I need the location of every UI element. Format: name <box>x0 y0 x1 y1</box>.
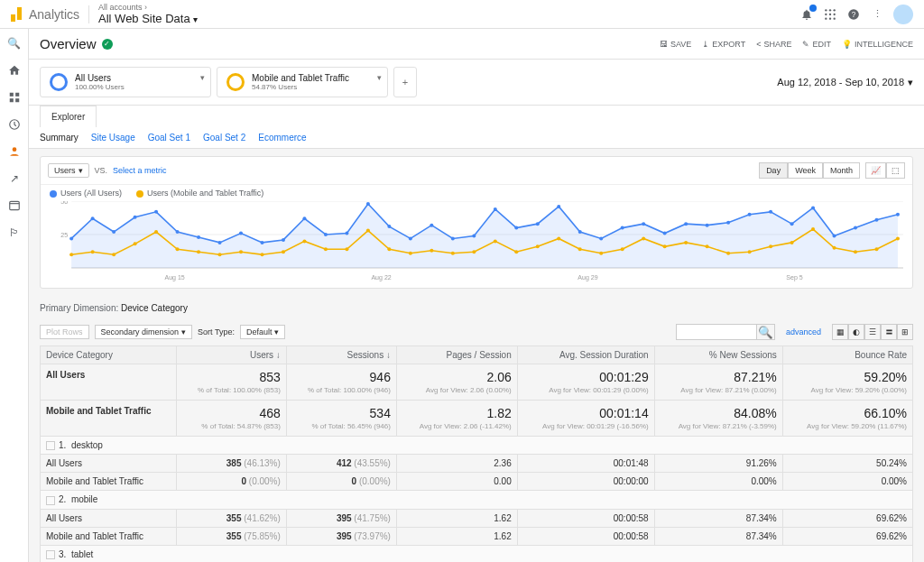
svg-point-3 <box>825 13 827 14</box>
motion-chart-icon[interactable]: ⬚ <box>886 162 905 179</box>
home-icon[interactable] <box>7 63 22 78</box>
period-week[interactable]: Week <box>788 162 823 179</box>
intelligence-button[interactable]: 💡 INTELLIGENCE <box>842 40 913 49</box>
category-row[interactable]: 1. desktop <box>41 437 913 455</box>
svg-point-33 <box>282 238 285 242</box>
svg-point-74 <box>302 239 306 243</box>
svg-point-92 <box>684 241 688 244</box>
export-button[interactable]: ⤓ EXPORT <box>702 40 745 49</box>
pivot-view-icon[interactable]: ⊞ <box>897 324 913 340</box>
plot-rows-button[interactable]: Plot Rows <box>40 325 89 339</box>
svg-point-77 <box>366 229 370 233</box>
search-button[interactable]: 🔍 <box>757 324 775 340</box>
apps-icon[interactable] <box>823 7 837 22</box>
page-title: Overview <box>40 36 97 51</box>
totals-cell: 59.20%Avg for View: 59.20% (0.00%) <box>782 364 912 401</box>
metric-selector[interactable]: Users ▾ <box>48 163 89 178</box>
acquisition-icon[interactable]: ↗ <box>7 171 22 186</box>
sort-type-selector[interactable]: Default ▾ <box>240 325 286 339</box>
account-selector[interactable]: All accounts › All Web Site Data ▾ <box>98 3 198 25</box>
select-metric-link[interactable]: Select a metric <box>113 166 167 175</box>
notifications-icon[interactable] <box>799 7 814 22</box>
segment-all-users[interactable]: All Users 100.00% Users ▾ <box>40 67 211 97</box>
comparison-view-icon[interactable]: 〓 <box>881 324 897 340</box>
table-header[interactable]: Avg. Session Duration <box>517 346 654 364</box>
subtab-site-usage[interactable]: Site Usage <box>91 133 135 143</box>
svg-point-40 <box>430 224 433 227</box>
segment-mobile-tablet[interactable]: Mobile and Tablet Traffic 54.87% Users ▾ <box>217 67 388 97</box>
dashboards-icon[interactable] <box>7 90 22 105</box>
left-rail: 🔍 ↗ 🏳 <box>0 29 29 562</box>
search-icon[interactable]: 🔍 <box>7 36 22 51</box>
totals-cell: 84.08%Avg for View: 87.21% (-3.59%) <box>654 401 782 437</box>
line-chart-icon[interactable]: 📈 <box>865 162 886 179</box>
table-view-icon[interactable]: ▦ <box>832 324 848 340</box>
svg-point-48 <box>599 236 603 240</box>
svg-point-84 <box>514 250 518 253</box>
breadcrumb: All accounts › <box>98 3 198 12</box>
svg-point-49 <box>621 226 624 230</box>
subtab-ecommerce[interactable]: Ecommerce <box>258 133 306 143</box>
more-icon[interactable]: ⋮ <box>870 7 884 22</box>
segments-row: All Users 100.00% Users ▾ Mobile and Tab… <box>29 60 924 106</box>
subtab-goal2[interactable]: Goal Set 2 <box>203 133 245 143</box>
svg-point-78 <box>387 247 391 251</box>
product-name: Analytics <box>29 7 79 22</box>
avatar[interactable] <box>893 5 913 24</box>
category-row[interactable]: 3. tablet <box>41 545 913 562</box>
svg-point-27 <box>154 210 158 214</box>
segment-sub: 54.87% Users <box>252 83 349 91</box>
totals-cell: 87.21%Avg for View: 87.21% (0.00%) <box>654 364 782 401</box>
table-header[interactable]: Device Category <box>41 346 177 364</box>
svg-point-102 <box>896 236 900 240</box>
subtab-goal1[interactable]: Goal Set 1 <box>148 133 190 143</box>
search-input[interactable] <box>676 324 757 340</box>
table-header[interactable]: Pages / Session <box>396 346 517 364</box>
svg-point-4 <box>829 13 831 14</box>
svg-point-52 <box>684 222 688 226</box>
view-name: All Web Site Data ▾ <box>98 12 198 25</box>
view-mode-icons: ▦ ◐ ☰ 〓 ⊞ <box>832 324 913 340</box>
category-row[interactable]: 2. mobile <box>41 491 913 509</box>
behavior-icon[interactable] <box>7 198 22 213</box>
table-header[interactable]: % New Sessions <box>654 346 782 364</box>
table-row: Mobile and Tablet Traffic355 (75.85%)395… <box>41 527 913 545</box>
conversions-icon[interactable]: 🏳 <box>7 226 22 240</box>
svg-text:Sep 5: Sep 5 <box>786 274 802 281</box>
totals-label: Mobile and Tablet Traffic <box>41 401 177 437</box>
period-day[interactable]: Day <box>759 162 788 179</box>
table-header[interactable]: Users ↓ <box>176 346 286 364</box>
secondary-dimension-selector[interactable]: Secondary dimension ▾ <box>95 325 193 339</box>
percentage-view-icon[interactable]: ◐ <box>848 324 864 340</box>
svg-point-99 <box>833 246 836 250</box>
chevron-down-icon: ▾ <box>200 73 205 82</box>
share-button[interactable]: < SHARE <box>756 40 791 49</box>
svg-point-43 <box>494 207 497 211</box>
svg-point-7 <box>829 17 831 19</box>
advanced-link[interactable]: advanced <box>786 327 821 336</box>
performance-view-icon[interactable]: ☰ <box>864 324 881 340</box>
svg-point-42 <box>472 234 476 237</box>
svg-point-82 <box>472 250 476 253</box>
row-segment-label: All Users <box>41 509 177 527</box>
svg-point-51 <box>663 232 667 235</box>
audience-icon[interactable] <box>7 144 22 159</box>
table-header[interactable]: Sessions ↓ <box>286 346 396 364</box>
svg-point-39 <box>409 236 412 240</box>
svg-point-65 <box>112 253 116 256</box>
table-header[interactable]: Bounce Rate <box>782 346 912 364</box>
svg-point-86 <box>557 236 560 240</box>
date-range-selector[interactable]: Aug 12, 2018 - Sep 10, 2018▾ <box>777 77 913 88</box>
subtab-summary[interactable]: Summary <box>40 133 79 143</box>
period-month[interactable]: Month <box>823 162 860 179</box>
add-segment-button[interactable]: + <box>393 67 417 97</box>
realtime-icon[interactable] <box>7 117 22 132</box>
save-button[interactable]: 🖫 SAVE <box>660 40 691 49</box>
edit-button[interactable]: ✎ EDIT <box>802 40 831 49</box>
totals-cell: 2.06Avg for View: 2.06 (0.00%) <box>396 364 517 401</box>
svg-point-93 <box>706 244 709 248</box>
svg-point-60 <box>854 226 857 230</box>
help-icon[interactable]: ? <box>846 7 861 22</box>
tab-explorer[interactable]: Explorer <box>40 106 97 127</box>
totals-cell: 66.10%Avg for View: 59.20% (11.67%) <box>782 401 912 437</box>
